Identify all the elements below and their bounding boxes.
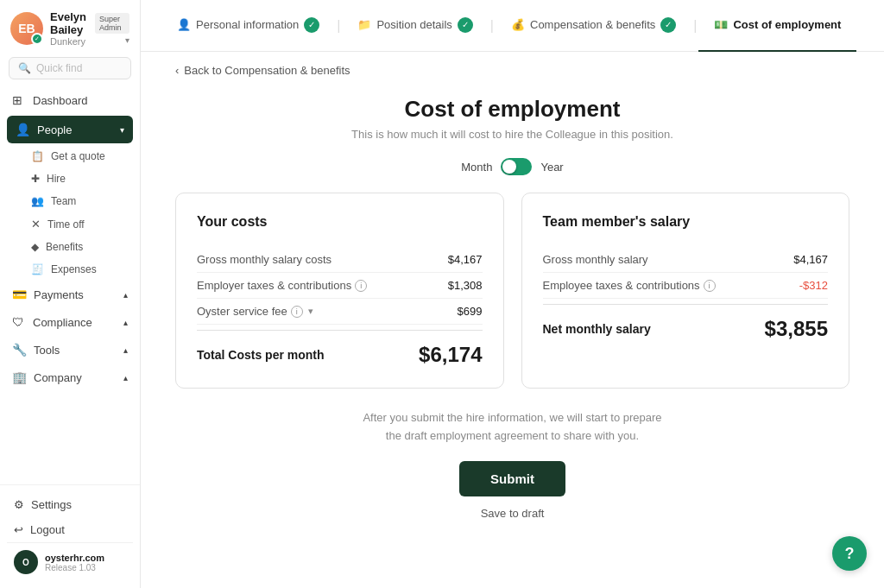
user-chevron-icon[interactable]: ▾	[125, 35, 129, 45]
compensation-icon: 💰	[511, 18, 525, 31]
compliance-chevron-icon: ▴	[123, 318, 128, 327]
employee-taxes-value: -$312	[799, 279, 828, 292]
cost-row-gross-salary: Gross monthly salary costs $4,167	[197, 247, 483, 273]
cost-row-employee-taxes: Employee taxes & contributions i -$312	[543, 273, 829, 299]
back-link[interactable]: ‹ Back to Compensation & benefits	[175, 52, 849, 82]
avatar-wrap: EB	[10, 12, 43, 45]
sidebar-item-label-people: People	[37, 123, 72, 136]
sidebar-item-settings[interactable]: ⚙ Settings	[7, 492, 133, 517]
expenses-icon: 🧾	[31, 263, 44, 275]
quick-find-search[interactable]: 🔍 Quick find	[9, 57, 131, 79]
period-toggle[interactable]	[501, 158, 532, 175]
page-title: Cost of employment	[175, 96, 849, 123]
gross-monthly-salary-label: Gross monthly salary	[543, 253, 648, 266]
sidebar-item-compliance[interactable]: 🛡 Compliance ▴	[0, 308, 140, 336]
oyster-fee-label: Oyster service fee i ▾	[197, 305, 313, 318]
oyster-fee-dropdown-icon[interactable]: ▾	[308, 306, 313, 317]
sidebar-item-company[interactable]: 🏢 Company ▴	[0, 364, 140, 391]
sidebar-item-benefits[interactable]: ◆ Benefits	[0, 236, 140, 258]
sidebar: EB Evelyn Bailey Dunkery Super Admin ▾ 🔍…	[0, 0, 141, 588]
sidebar-item-time-off[interactable]: ✕ Time off	[0, 212, 140, 236]
sidebar-item-expenses[interactable]: 🧾 Expenses	[0, 258, 140, 281]
oyster-fee-info-icon[interactable]: i	[291, 306, 303, 318]
user-name: Evelyn Bailey	[50, 10, 86, 36]
employer-taxes-info-icon[interactable]: i	[355, 280, 367, 292]
get-quote-icon: 📋	[31, 150, 44, 162]
personal-info-label: Personal information	[196, 18, 299, 31]
sidebar-item-label-tools: Tools	[34, 344, 60, 357]
main-content: 👤 Personal information ✓ | 📁 Position de…	[141, 0, 884, 588]
your-costs-total-label: Total Costs per month	[197, 348, 325, 362]
position-icon: 📁	[357, 18, 371, 31]
submit-button[interactable]: Submit	[459, 461, 565, 496]
nav-step-personal-information[interactable]: 👤 Personal information ✓	[161, 0, 335, 52]
nav-sep-1: |	[335, 18, 342, 34]
nav-step-compensation[interactable]: 💰 Compensation & benefits ✓	[496, 0, 691, 52]
user-org: Dunkery	[50, 36, 86, 47]
employee-taxes-info-icon[interactable]: i	[704, 280, 716, 292]
sidebar-item-logout[interactable]: ↩ Logout	[7, 517, 133, 542]
submit-note-line1: After you submit the hire information, w…	[363, 411, 661, 424]
hire-icon: ✚	[31, 173, 40, 185]
sidebar-sub-label-team: Team	[51, 195, 76, 207]
nav-step-position-details[interactable]: 📁 Position details ✓	[342, 0, 488, 52]
submit-note-line2: the draft employment agreement to share …	[386, 429, 639, 442]
payments-icon: 💳	[12, 288, 27, 301]
top-nav: 👤 Personal information ✓ | 📁 Position de…	[141, 0, 884, 52]
time-off-icon: ✕	[31, 218, 41, 231]
sidebar-item-tools[interactable]: 🔧 Tools ▴	[0, 336, 140, 364]
people-chevron-icon: ▾	[120, 125, 124, 135]
submit-section: After you submit the hire information, w…	[175, 409, 849, 520]
sidebar-item-team[interactable]: 👥 Team	[0, 190, 140, 212]
cost-row-employer-taxes: Employer taxes & contributions i $1,308	[197, 273, 483, 299]
tools-icon: 🔧	[12, 343, 27, 357]
brand-footer: O oysterhr.com Release 1.03	[7, 542, 133, 581]
compensation-check: ✓	[660, 17, 676, 33]
team-salary-total-row: Net monthly salary $3,855	[543, 304, 829, 341]
help-icon: ?	[845, 545, 855, 563]
brand-version: Release 1.03	[45, 563, 104, 572]
your-costs-title: Your costs	[197, 214, 483, 230]
cost-employment-icon: 💵	[714, 18, 728, 31]
team-salary-total-label: Net monthly salary	[543, 322, 651, 336]
company-icon: 🏢	[12, 370, 27, 384]
gross-salary-value: $4,167	[448, 253, 483, 266]
search-placeholder: Quick find	[36, 62, 82, 74]
payments-chevron-icon: ▴	[123, 290, 128, 300]
sidebar-item-people[interactable]: 👤 People ▾	[7, 116, 133, 143]
nav-step-cost-employment[interactable]: 💵 Cost of employment	[698, 0, 856, 52]
sidebar-item-get-quote[interactable]: 📋 Get a quote	[0, 145, 140, 168]
sidebar-sub-label-time-off: Time off	[47, 218, 85, 231]
sidebar-sub-label-hire: Hire	[47, 173, 66, 185]
sidebar-item-label-compliance: Compliance	[33, 316, 92, 329]
team-salary-title: Team member's salary	[543, 214, 829, 230]
tools-chevron-icon: ▴	[123, 345, 128, 355]
save-draft-link[interactable]: Save to draft	[175, 507, 849, 520]
dashboard-icon: ⊞	[12, 93, 26, 107]
nav-sep-2: |	[489, 18, 496, 34]
sidebar-item-hire[interactable]: ✚ Hire	[0, 168, 140, 190]
sidebar-item-payments[interactable]: 💳 Payments ▴	[0, 281, 140, 308]
gross-monthly-salary-value: $4,167	[793, 253, 828, 266]
company-chevron-icon: ▴	[123, 373, 128, 383]
team-icon: 👥	[31, 195, 44, 207]
page-subtitle: This is how much it will cost to hire th…	[175, 128, 849, 141]
sidebar-nav: ⊞ Dashboard 👤 People ▾ 📋 Get a quote ✚ H…	[0, 86, 140, 484]
cost-cards: Your costs Gross monthly salary costs $4…	[175, 193, 849, 389]
sidebar-sub-label-get-quote: Get a quote	[51, 150, 105, 162]
sidebar-item-label-payments: Payments	[34, 288, 84, 301]
employee-taxes-label: Employee taxes & contributions i	[543, 279, 716, 292]
settings-icon: ⚙	[14, 498, 24, 511]
logout-icon: ↩	[14, 523, 23, 536]
settings-label: Settings	[31, 498, 72, 511]
gross-salary-label: Gross monthly salary costs	[197, 253, 332, 266]
position-label: Position details	[376, 18, 451, 31]
help-button[interactable]: ?	[832, 536, 867, 571]
benefits-icon: ◆	[31, 241, 39, 253]
brand-text: oysterhr.com Release 1.03	[45, 553, 104, 572]
people-icon: 👤	[16, 123, 30, 136]
sidebar-item-dashboard[interactable]: ⊞ Dashboard	[0, 86, 140, 114]
your-costs-total-value: $6,174	[419, 343, 482, 367]
team-salary-card: Team member's salary Gross monthly salar…	[521, 193, 850, 389]
cost-row-gross-monthly-salary: Gross monthly salary $4,167	[543, 247, 829, 273]
